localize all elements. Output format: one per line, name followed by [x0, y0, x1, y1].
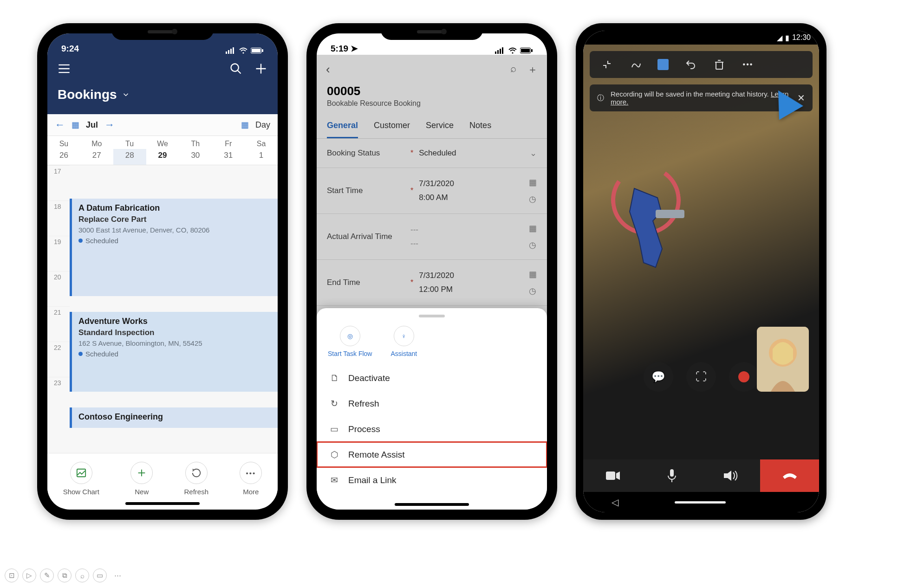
svg-rect-6 — [252, 49, 260, 52]
speaker-button[interactable] — [701, 459, 760, 492]
app-header: Bookings — [47, 55, 278, 114]
process-icon: ▭ — [329, 424, 340, 434]
calendar-body[interactable]: 1718 1920 2122 23 A Datum Fabrication Re… — [47, 165, 278, 453]
svg-rect-21 — [502, 47, 503, 54]
menu-icon[interactable] — [58, 62, 71, 75]
more-icon: ••• — [240, 462, 262, 484]
refresh-icon — [191, 468, 202, 478]
location-icon: ➤ — [351, 44, 358, 53]
sheet-item-deactivate[interactable]: 🗋Deactivate — [317, 366, 547, 391]
status-icons — [226, 47, 264, 54]
booking-item[interactable]: A Datum Fabrication Replace Core Part 30… — [70, 199, 278, 296]
color-picker-icon[interactable] — [657, 59, 669, 70]
chat-button[interactable]: 💬 — [644, 362, 673, 392]
host-tool[interactable]: ▷ — [22, 569, 36, 582]
host-tool[interactable]: ▭ — [93, 569, 107, 582]
annotation-toolbar: ••• — [590, 51, 813, 78]
new-button[interactable]: New — [130, 462, 153, 496]
video-toggle-button[interactable] — [583, 459, 642, 492]
svg-rect-29 — [656, 210, 684, 218]
sheet-item-remote-assist[interactable]: ⬡Remote Assist — [317, 442, 547, 467]
add-icon[interactable] — [254, 62, 267, 75]
deactivate-icon: 🗋 — [329, 373, 340, 383]
draw-icon[interactable] — [629, 58, 643, 71]
host-toolbar: ⊡ ▷ ✎ ⧉ ⌕ ▭ ⋯ — [0, 569, 124, 582]
trash-icon[interactable] — [712, 58, 726, 71]
back-icon[interactable]: ◁ — [612, 497, 618, 508]
status-time: 5:19 — [331, 44, 348, 53]
booking-item[interactable]: Adventure Works Standard Inspection 162 … — [70, 312, 278, 392]
chart-icon — [76, 468, 86, 478]
home-indicator[interactable] — [125, 502, 200, 505]
home-pill-icon[interactable] — [675, 501, 726, 504]
phone-record: 5:19 ➤ ‹ ⌕ ＋ 00005 Bookable Resource Boo… — [306, 23, 557, 520]
phone-bookings: 9:24 Bookings — [37, 23, 288, 520]
sheet-item-refresh[interactable]: ↻Refresh — [317, 391, 547, 416]
wifi-icon — [508, 47, 517, 54]
refresh-button[interactable]: Refresh — [184, 462, 209, 496]
svg-rect-15 — [77, 469, 85, 477]
status-icons — [495, 47, 533, 54]
self-video-pip[interactable] — [757, 327, 809, 392]
svg-marker-33 — [616, 472, 620, 480]
plus-icon — [137, 468, 147, 478]
svg-point-11 — [231, 64, 239, 71]
svg-rect-25 — [531, 49, 533, 52]
record-button[interactable] — [729, 362, 759, 392]
assistant-button[interactable]: ♀Assistant — [390, 326, 417, 357]
week-day-header: SuMo TuWe ThFrSa — [47, 136, 278, 149]
prev-arrow-icon[interactable]: ← — [55, 119, 65, 131]
view-mode[interactable]: Day — [255, 120, 270, 130]
chevron-down-icon — [122, 90, 130, 99]
mic-toggle-button[interactable] — [642, 459, 701, 492]
svg-rect-32 — [606, 472, 615, 480]
hangup-button[interactable] — [760, 459, 819, 492]
phone-remote-assist: ◢ ▮ 12:30 ••• ⓘ Recording will be saved … — [576, 23, 826, 520]
sheet-item-process[interactable]: ▭Process — [317, 416, 547, 442]
status-bar: ◢ ▮ 12:30 — [583, 31, 819, 45]
banner-text: Recording will be saved in the meeting c… — [611, 90, 791, 106]
week-date-header[interactable]: 2627 2829 30311 — [47, 149, 278, 165]
svg-point-4 — [242, 52, 244, 53]
host-tool[interactable]: ⋯ — [111, 569, 124, 582]
host-tool[interactable]: ⌕ — [75, 569, 89, 582]
svg-marker-36 — [724, 471, 731, 481]
svg-rect-2 — [230, 49, 232, 54]
capture-button[interactable]: ⛶ — [686, 362, 716, 392]
svg-rect-34 — [670, 469, 674, 477]
svg-point-22 — [512, 52, 513, 53]
collapse-icon[interactable] — [600, 58, 614, 71]
undo-icon[interactable] — [683, 58, 697, 71]
calendar-icon: ▦ — [72, 120, 79, 130]
svg-rect-1 — [228, 50, 229, 54]
more-icon[interactable]: ••• — [741, 58, 755, 71]
remote-assist-icon: ⬡ — [329, 449, 340, 460]
host-tool[interactable]: ✎ — [40, 569, 54, 582]
video-feed[interactable]: ••• ⓘ Recording will be saved in the mee… — [583, 45, 819, 461]
status-time: 9:24 — [61, 44, 79, 54]
host-tool[interactable]: ⊡ — [5, 569, 19, 582]
search-icon[interactable] — [229, 62, 242, 75]
sheet-item-email-link[interactable]: ✉Email a Link — [317, 467, 547, 493]
show-chart-button[interactable]: Show Chart — [63, 462, 99, 496]
home-indicator[interactable] — [395, 503, 469, 506]
next-arrow-icon[interactable]: → — [104, 119, 115, 131]
lightbulb-icon: ♀ — [394, 326, 414, 346]
start-task-flow-button[interactable]: ◎Start Task Flow — [328, 326, 372, 357]
month-label[interactable]: Jul — [86, 120, 98, 130]
host-tool[interactable]: ⧉ — [58, 569, 72, 582]
svg-rect-20 — [500, 49, 501, 54]
svg-rect-24 — [521, 49, 530, 52]
wifi-icon — [239, 47, 248, 54]
signal-icon: ◢ — [777, 33, 782, 42]
more-button[interactable]: •••More — [240, 462, 262, 496]
status-dot-icon — [78, 352, 83, 356]
battery-icon — [520, 47, 533, 54]
status-dot-icon — [78, 239, 83, 243]
grabber[interactable] — [419, 315, 445, 317]
calendar-icon: ▦ — [241, 120, 249, 130]
status-time: 12:30 — [792, 33, 811, 42]
booking-item[interactable]: Contoso Engineering — [70, 407, 278, 428]
page-title-dropdown[interactable]: Bookings — [58, 87, 267, 102]
calendar-nav: ← ▦ Jul → ▦ Day — [47, 114, 278, 136]
